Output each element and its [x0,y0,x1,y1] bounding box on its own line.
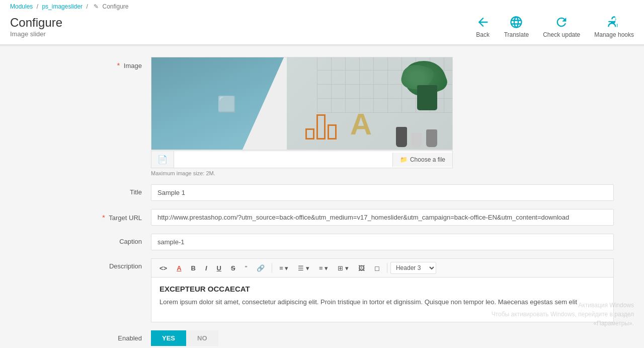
rte-unordered-list-button[interactable]: ☰ ▾ [294,262,313,274]
caption-input[interactable] [151,234,614,250]
top-bar: Modules / ps_imageslider / ✎ Configure C… [0,0,644,45]
enabled-field: YES NO [151,330,614,346]
enabled-label: Enabled [20,330,151,342]
description-field: <> A B I U S " 🔗 ≡ ▾ ☰ ▾ ≡ ▾ ⊞ ▾ 🖼 ◻ Hea… [151,258,614,322]
translate-button[interactable]: Translate [504,15,529,38]
manage-hooks-button[interactable]: Manage hooks [594,15,634,38]
file-path-area [174,157,392,163]
page-title: Configure [10,16,62,30]
rte-color-button[interactable]: A [173,262,185,274]
target-url-field [151,209,614,226]
choose-file-button[interactable]: 📁 Choose a file [392,153,452,167]
image-field-row: * Image A [20,57,624,176]
breadcrumb-configure: ✎ Configure [94,3,130,10]
main-content: * Image A [0,47,644,348]
rte-ordered-list-button[interactable]: ≡ ▾ [315,262,332,274]
rte-underline-button[interactable]: U [213,262,225,274]
rte-bold-button[interactable]: B [187,262,200,274]
rte-media-button[interactable]: ◻ [370,262,384,274]
page-title-block: Configure Image slider [10,16,62,38]
rte-link-button[interactable]: 🔗 [253,262,269,274]
title-field[interactable] [151,184,614,201]
rte-header-select[interactable]: Header 3 Header 1 Header 2 Header 3 Head… [390,262,436,274]
image-label: * Image [20,57,151,69]
yes-button[interactable]: YES [151,330,186,346]
header-actions: Back Translate Check update Manage hooks [476,15,634,38]
title-field-row: Title [20,184,624,201]
file-icon-button[interactable]: 📄 [151,151,174,168]
rte-divider-2 [387,263,387,273]
breadcrumb-modules[interactable]: Modules [10,3,33,10]
title-input[interactable] [151,184,614,201]
target-url-label: * Target URL [20,209,151,222]
anchor-icon [607,15,621,29]
rte-blockquote-button[interactable]: " [241,262,252,274]
rte-toolbar: <> A B I U S " 🔗 ≡ ▾ ☰ ▾ ≡ ▾ ⊞ ▾ 🖼 ◻ Hea… [151,258,614,277]
rte-table-button[interactable]: ⊞ ▾ [334,262,353,274]
rte-strikethrough-button[interactable]: S [227,262,239,274]
rte-italic-button[interactable]: I [201,262,211,274]
rte-body: Lorem ipsum dolor sit amet, consectetur … [159,297,605,307]
caption-field-row: Caption [20,234,624,250]
folder-icon: 📁 [400,156,408,163]
back-icon [476,15,490,29]
rte-content-area[interactable]: EXCEPTEUR OCCAECAT Lorem ipsum dolor sit… [151,277,614,322]
description-label: Description [20,258,151,270]
image-field: A ⬜ 📄 📁 Choose a file [151,57,614,176]
max-size-note: Maximum image size: 2M. [151,170,614,176]
breadcrumb-ps-imageslider[interactable]: ps_imageslider [42,3,83,10]
rte-image-button[interactable]: 🖼 [354,262,369,274]
rte-divider-1 [272,263,272,273]
target-url-input[interactable] [151,209,614,226]
rte-align-button[interactable]: ≡ ▾ [275,262,292,274]
image-preview: A ⬜ [151,57,453,150]
breadcrumb: Modules / ps_imageslider / ✎ Configure [10,0,634,11]
title-label: Title [20,184,151,196]
check-update-button[interactable]: Check update [543,15,580,38]
page-subtitle: Image slider [10,30,62,38]
description-field-row: Description <> A B I U S " 🔗 ≡ ▾ ☰ ▾ ≡ ▾… [20,258,624,322]
caption-field [151,234,614,250]
back-button[interactable]: Back [476,15,490,38]
rte-code-button[interactable]: <> [155,262,171,274]
photo-placeholder-icon: ⬜ [217,95,236,112]
file-input-row: 📄 📁 Choose a file [151,151,453,168]
caption-label: Caption [20,234,151,245]
target-url-field-row: * Target URL [20,209,624,226]
header-row: Configure Image slider Back Translate [10,11,634,44]
no-button[interactable]: NO [186,330,218,346]
rte-heading: EXCEPTEUR OCCAECAT [159,285,605,293]
enabled-field-row: Enabled YES NO [20,330,624,346]
translate-icon [509,15,523,29]
refresh-icon [554,15,569,29]
toggle-group: YES NO [151,330,614,346]
